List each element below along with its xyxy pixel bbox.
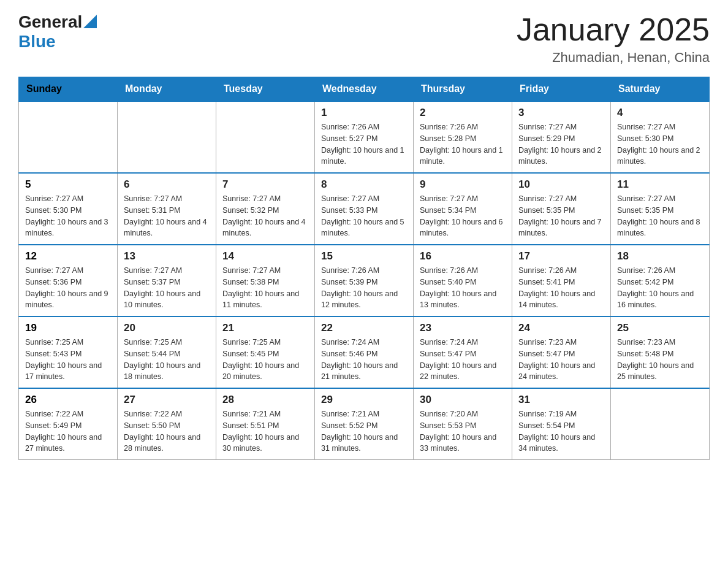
calendar-cell: 19Sunrise: 7:25 AM Sunset: 5:43 PM Dayli… — [19, 316, 118, 388]
calendar-week-row: 5Sunrise: 7:27 AM Sunset: 5:30 PM Daylig… — [19, 173, 710, 245]
calendar-cell: 18Sunrise: 7:26 AM Sunset: 5:42 PM Dayli… — [611, 245, 710, 316]
day-number: 17 — [518, 250, 604, 262]
calendar-cell: 20Sunrise: 7:25 AM Sunset: 5:44 PM Dayli… — [118, 316, 216, 388]
day-info: Sunrise: 7:22 AM Sunset: 5:50 PM Dayligh… — [124, 408, 210, 454]
day-number: 23 — [420, 322, 506, 334]
day-info: Sunrise: 7:25 AM Sunset: 5:45 PM Dayligh… — [222, 337, 308, 383]
day-info: Sunrise: 7:23 AM Sunset: 5:48 PM Dayligh… — [617, 337, 703, 383]
calendar-cell — [216, 101, 315, 173]
day-number: 18 — [617, 250, 703, 262]
day-info: Sunrise: 7:27 AM Sunset: 5:30 PM Dayligh… — [617, 121, 703, 167]
column-header-friday: Friday — [512, 77, 611, 102]
day-number: 12 — [25, 250, 111, 262]
calendar-cell: 5Sunrise: 7:27 AM Sunset: 5:30 PM Daylig… — [19, 173, 118, 245]
day-info: Sunrise: 7:24 AM Sunset: 5:47 PM Dayligh… — [420, 337, 506, 383]
day-info: Sunrise: 7:27 AM Sunset: 5:35 PM Dayligh… — [617, 193, 703, 239]
day-info: Sunrise: 7:26 AM Sunset: 5:27 PM Dayligh… — [321, 121, 407, 167]
day-number: 4 — [617, 107, 703, 119]
day-number: 21 — [222, 322, 308, 334]
day-number: 22 — [321, 322, 407, 334]
calendar-header-row: SundayMondayTuesdayWednesdayThursdayFrid… — [19, 77, 710, 102]
calendar-week-row: 19Sunrise: 7:25 AM Sunset: 5:43 PM Dayli… — [19, 316, 710, 388]
calendar-cell — [19, 101, 118, 173]
calendar-cell: 24Sunrise: 7:23 AM Sunset: 5:47 PM Dayli… — [512, 316, 611, 388]
day-number: 9 — [420, 178, 506, 191]
column-header-thursday: Thursday — [414, 77, 512, 102]
calendar-cell: 15Sunrise: 7:26 AM Sunset: 5:39 PM Dayli… — [315, 245, 414, 316]
day-number: 16 — [420, 250, 506, 262]
calendar-cell: 17Sunrise: 7:26 AM Sunset: 5:41 PM Dayli… — [512, 245, 611, 316]
day-info: Sunrise: 7:23 AM Sunset: 5:47 PM Dayligh… — [518, 337, 604, 383]
day-info: Sunrise: 7:26 AM Sunset: 5:28 PM Dayligh… — [420, 121, 506, 167]
day-number: 27 — [124, 394, 210, 406]
day-info: Sunrise: 7:27 AM Sunset: 5:31 PM Dayligh… — [124, 193, 210, 239]
calendar-cell: 3Sunrise: 7:27 AM Sunset: 5:29 PM Daylig… — [512, 101, 611, 173]
day-info: Sunrise: 7:27 AM Sunset: 5:32 PM Dayligh… — [222, 193, 308, 239]
calendar-cell: 25Sunrise: 7:23 AM Sunset: 5:48 PM Dayli… — [611, 316, 710, 388]
calendar-cell — [611, 388, 710, 460]
logo-general: General — [18, 12, 82, 32]
column-header-tuesday: Tuesday — [216, 77, 315, 102]
calendar-cell: 11Sunrise: 7:27 AM Sunset: 5:35 PM Dayli… — [611, 173, 710, 245]
day-number: 24 — [518, 322, 604, 334]
day-info: Sunrise: 7:27 AM Sunset: 5:36 PM Dayligh… — [25, 265, 111, 311]
day-info: Sunrise: 7:25 AM Sunset: 5:43 PM Dayligh… — [25, 337, 111, 383]
page-header: General Blue January 2025 Zhumadian, Hen… — [18, 12, 710, 66]
day-info: Sunrise: 7:21 AM Sunset: 5:52 PM Dayligh… — [321, 408, 407, 454]
calendar-cell: 7Sunrise: 7:27 AM Sunset: 5:32 PM Daylig… — [216, 173, 315, 245]
calendar-cell: 6Sunrise: 7:27 AM Sunset: 5:31 PM Daylig… — [118, 173, 216, 245]
day-info: Sunrise: 7:21 AM Sunset: 5:51 PM Dayligh… — [222, 408, 308, 454]
calendar-week-row: 1Sunrise: 7:26 AM Sunset: 5:27 PM Daylig… — [19, 101, 710, 173]
day-info: Sunrise: 7:27 AM Sunset: 5:29 PM Dayligh… — [518, 121, 604, 167]
calendar-cell: 22Sunrise: 7:24 AM Sunset: 5:46 PM Dayli… — [315, 316, 414, 388]
day-info: Sunrise: 7:26 AM Sunset: 5:42 PM Dayligh… — [617, 265, 703, 311]
day-number: 6 — [124, 178, 210, 191]
logo-triangle-icon — [83, 15, 97, 28]
day-number: 31 — [518, 394, 604, 406]
day-info: Sunrise: 7:19 AM Sunset: 5:54 PM Dayligh… — [518, 408, 604, 454]
day-number: 26 — [25, 394, 111, 406]
day-info: Sunrise: 7:27 AM Sunset: 5:37 PM Dayligh… — [124, 265, 210, 311]
calendar-cell: 28Sunrise: 7:21 AM Sunset: 5:51 PM Dayli… — [216, 388, 315, 460]
day-number: 29 — [321, 394, 407, 406]
day-number: 1 — [321, 107, 407, 119]
day-info: Sunrise: 7:20 AM Sunset: 5:53 PM Dayligh… — [420, 408, 506, 454]
day-info: Sunrise: 7:27 AM Sunset: 5:34 PM Dayligh… — [420, 193, 506, 239]
day-number: 5 — [25, 178, 111, 191]
calendar-table: SundayMondayTuesdayWednesdayThursdayFrid… — [18, 77, 710, 460]
day-info: Sunrise: 7:26 AM Sunset: 5:39 PM Dayligh… — [321, 265, 407, 311]
calendar-week-row: 26Sunrise: 7:22 AM Sunset: 5:49 PM Dayli… — [19, 388, 710, 460]
svg-marker-0 — [83, 15, 97, 28]
title-block: January 2025 Zhumadian, Henan, China — [517, 12, 710, 66]
calendar-cell — [118, 101, 216, 173]
day-number: 19 — [25, 322, 111, 334]
day-number: 2 — [420, 107, 506, 119]
calendar-cell: 31Sunrise: 7:19 AM Sunset: 5:54 PM Dayli… — [512, 388, 611, 460]
day-info: Sunrise: 7:26 AM Sunset: 5:40 PM Dayligh… — [420, 265, 506, 311]
day-number: 10 — [518, 178, 604, 191]
column-header-saturday: Saturday — [611, 77, 710, 102]
calendar-cell: 1Sunrise: 7:26 AM Sunset: 5:27 PM Daylig… — [315, 101, 414, 173]
calendar-cell: 10Sunrise: 7:27 AM Sunset: 5:35 PM Dayli… — [512, 173, 611, 245]
calendar-cell: 8Sunrise: 7:27 AM Sunset: 5:33 PM Daylig… — [315, 173, 414, 245]
logo: General Blue — [18, 12, 97, 52]
calendar-cell: 9Sunrise: 7:27 AM Sunset: 5:34 PM Daylig… — [414, 173, 512, 245]
calendar-cell: 4Sunrise: 7:27 AM Sunset: 5:30 PM Daylig… — [611, 101, 710, 173]
day-number: 30 — [420, 394, 506, 406]
day-number: 25 — [617, 322, 703, 334]
day-number: 8 — [321, 178, 407, 191]
column-header-monday: Monday — [118, 77, 216, 102]
column-header-sunday: Sunday — [19, 77, 118, 102]
calendar-cell: 2Sunrise: 7:26 AM Sunset: 5:28 PM Daylig… — [414, 101, 512, 173]
column-header-wednesday: Wednesday — [315, 77, 414, 102]
calendar-title: January 2025 — [517, 12, 710, 47]
day-number: 7 — [222, 178, 308, 191]
calendar-cell: 16Sunrise: 7:26 AM Sunset: 5:40 PM Dayli… — [414, 245, 512, 316]
calendar-cell: 23Sunrise: 7:24 AM Sunset: 5:47 PM Dayli… — [414, 316, 512, 388]
calendar-cell: 27Sunrise: 7:22 AM Sunset: 5:50 PM Dayli… — [118, 388, 216, 460]
logo-blue: Blue — [18, 32, 56, 52]
day-info: Sunrise: 7:27 AM Sunset: 5:35 PM Dayligh… — [518, 193, 604, 239]
day-number: 20 — [124, 322, 210, 334]
day-number: 14 — [222, 250, 308, 262]
day-number: 11 — [617, 178, 703, 191]
